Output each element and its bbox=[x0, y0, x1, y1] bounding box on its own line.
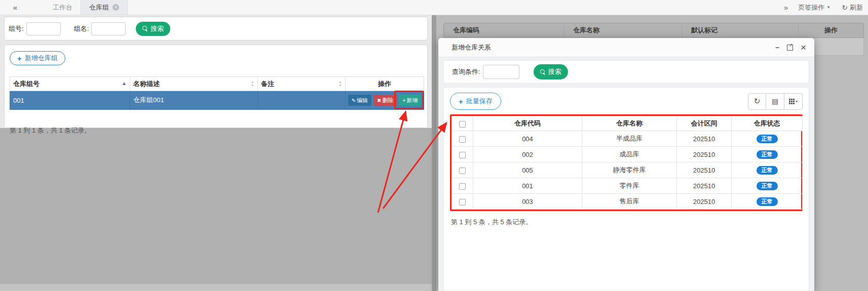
collapse-tabs-left-icon[interactable]: « bbox=[0, 0, 29, 15]
column-header: 默认标记 bbox=[682, 23, 799, 37]
cell-accounting-period: 202510 bbox=[677, 194, 732, 210]
tab-workbench-label: 工作台 bbox=[53, 3, 72, 12]
status-badge: 正常 bbox=[757, 182, 778, 190]
tab-warehouse-group-label: 仓库组 bbox=[89, 3, 109, 12]
add-relation-button[interactable]: + 新增 bbox=[399, 95, 421, 106]
row-actions: ✎ 编辑 ✖ 删除 + 新增 bbox=[349, 95, 421, 106]
cell-remark bbox=[258, 91, 346, 110]
cell-accounting-period: 202510 bbox=[677, 147, 732, 162]
group-no-input[interactable] bbox=[26, 22, 61, 35]
cell-accounting-period: 202510 bbox=[677, 178, 732, 194]
tab-operations-menu[interactable]: 页签操作 ▼ bbox=[798, 3, 831, 12]
status-badge: 正常 bbox=[757, 150, 778, 159]
cell-warehouse-name: 售后库 bbox=[582, 194, 677, 210]
row-checkbox[interactable] bbox=[459, 152, 466, 158]
select-all-checkbox[interactable] bbox=[459, 121, 466, 128]
edit-icon: ✎ bbox=[352, 98, 356, 103]
modal-record-count-text: 第 1 到 5 条，共 5 条记录。 bbox=[451, 218, 803, 227]
table-row[interactable]: 003售后库202510正常 bbox=[452, 194, 803, 210]
left-pane-dimmed-background bbox=[0, 128, 432, 291]
toggle-view-button[interactable]: ▤ bbox=[766, 93, 784, 110]
table-row[interactable]: 001零件库202510正常 bbox=[452, 178, 803, 194]
tab-operations-label: 页签操作 bbox=[798, 3, 824, 12]
cell-warehouse-name: 静海零件库 bbox=[582, 162, 677, 178]
search-button[interactable]: 搜索 bbox=[136, 22, 170, 36]
row-checkbox[interactable] bbox=[459, 183, 466, 190]
tab-warehouse-group[interactable]: 仓库组 × bbox=[81, 0, 128, 15]
batch-save-button[interactable]: + 批量保存 bbox=[450, 93, 501, 110]
cell-warehouse-code: 005 bbox=[473, 162, 582, 178]
cell-warehouse-code: 001 bbox=[473, 178, 582, 194]
x-icon: ✖ bbox=[377, 98, 381, 103]
plus-icon: + bbox=[402, 98, 405, 103]
column-header: 仓库名称 bbox=[564, 23, 682, 37]
warehouse-group-panel: + 新增仓库组 仓库组号 ▲ 名称描述 ▲▼ 备注 ▲▼ bbox=[4, 45, 428, 128]
table-row-selected[interactable]: 001 仓库组001 ✎ 编辑 ✖ 删除 bbox=[10, 91, 424, 110]
status-badge: 正常 bbox=[757, 166, 778, 175]
maximize-icon[interactable]: ↗ bbox=[787, 45, 793, 51]
column-header-period: 会计区间 bbox=[677, 116, 732, 131]
cell-warehouse-code: 002 bbox=[473, 147, 582, 162]
collapse-tabs-right-icon[interactable]: » bbox=[784, 3, 787, 12]
annotation-highlight-box-table: 仓库代码 仓库名称 会计区间 仓库状态 004半成品库202510正常002成品… bbox=[450, 114, 803, 211]
close-tab-icon[interactable]: × bbox=[112, 4, 119, 11]
modal-search-label: 搜索 bbox=[548, 67, 561, 76]
cell-group-name: 仓库组001 bbox=[130, 91, 258, 110]
columns-button[interactable]: ▾ bbox=[784, 93, 803, 110]
group-name-label: 组名: bbox=[74, 24, 89, 33]
column-header-actions: 操作 bbox=[346, 77, 424, 91]
row-checkbox[interactable] bbox=[459, 199, 466, 205]
refresh-icon: ↻ bbox=[754, 97, 761, 106]
row-checkbox[interactable] bbox=[459, 136, 466, 143]
table-row[interactable]: 005静海零件库202510正常 bbox=[452, 162, 803, 178]
query-panel: 查询条件: 搜索 bbox=[443, 60, 809, 84]
dialog-header[interactable]: 新增仓库关系 − ↗ × bbox=[438, 38, 814, 57]
row-checkbox[interactable] bbox=[459, 168, 466, 174]
group-name-input[interactable] bbox=[91, 22, 126, 35]
add-warehouse-group-button[interactable]: + 新增仓库组 bbox=[10, 51, 65, 65]
close-icon[interactable]: × bbox=[801, 43, 806, 52]
warehouse-table-header-dimmed: 仓库编码 仓库名称 默认标记 操作 bbox=[443, 23, 864, 38]
tabbar-right-tools: » 页签操作 ▼ ↻ 刷新 bbox=[784, 0, 868, 15]
refresh-button[interactable]: ↻ 刷新 bbox=[842, 3, 863, 12]
group-no-label: 组号: bbox=[9, 24, 24, 33]
refresh-label: 刷新 bbox=[850, 3, 863, 12]
tab-bar: « 工作台 仓库组 × » 页签操作 ▼ ↻ 刷新 bbox=[0, 0, 868, 15]
column-header-group-no[interactable]: 仓库组号 ▲ bbox=[10, 77, 130, 91]
edit-button[interactable]: ✎ 编辑 bbox=[348, 95, 371, 106]
warehouse-select-table: 仓库代码 仓库名称 会计区间 仓库状态 004半成品库202510正常002成品… bbox=[451, 116, 803, 210]
dialog-title: 新增仓库关系 bbox=[451, 43, 491, 52]
tab-workbench[interactable]: 工作台 bbox=[45, 0, 81, 15]
column-header-code: 仓库代码 bbox=[473, 116, 582, 131]
modal-search-button[interactable]: 搜索 bbox=[534, 64, 568, 79]
column-header: 仓库编码 bbox=[444, 23, 564, 37]
table-row[interactable]: 004半成品库202510正常 bbox=[452, 131, 803, 147]
query-condition-label: 查询条件: bbox=[452, 67, 480, 76]
cell-warehouse-name: 半成品库 bbox=[582, 131, 677, 147]
horizontal-scrollbar[interactable] bbox=[0, 284, 432, 291]
cell-accounting-period: 202510 bbox=[677, 162, 732, 178]
modal-toolbar: + 批量保存 ↻ ▤ ▾ bbox=[450, 93, 803, 110]
refresh-table-button[interactable]: ↻ bbox=[748, 93, 766, 110]
query-condition-input[interactable] bbox=[483, 65, 519, 79]
delete-button[interactable]: ✖ 删除 bbox=[373, 95, 397, 106]
chevron-down-icon: ▼ bbox=[826, 5, 831, 10]
column-header: 操作 bbox=[799, 23, 863, 37]
add-warehouse-relation-dialog: 新增仓库关系 − ↗ × 查询条件: 搜索 + 批量保存 ↻ bbox=[438, 38, 814, 291]
column-header-remark[interactable]: 备注 ▲▼ bbox=[258, 77, 346, 91]
group-search-panel: 组号: 组名: 搜索 bbox=[4, 17, 428, 40]
split-divider[interactable] bbox=[432, 15, 436, 291]
status-badge: 正常 bbox=[757, 135, 778, 143]
sort-icon: ▲▼ bbox=[338, 80, 342, 87]
minimize-icon[interactable]: − bbox=[775, 44, 779, 51]
refresh-icon: ↻ bbox=[842, 4, 848, 12]
cell-warehouse-name: 零件库 bbox=[582, 178, 677, 194]
modal-table-body: 004半成品库202510正常002成品库202510正常005静海零件库202… bbox=[452, 131, 803, 210]
column-header-name[interactable]: 名称描述 ▲▼ bbox=[130, 77, 258, 91]
window-controls: − ↗ × bbox=[775, 43, 806, 52]
table-row[interactable]: 002成品库202510正常 bbox=[452, 147, 803, 162]
detail-view-icon: ▤ bbox=[772, 97, 778, 105]
plus-icon: + bbox=[17, 55, 22, 62]
cell-group-no: 001 bbox=[10, 91, 130, 110]
column-header-status: 仓库状态 bbox=[732, 116, 803, 131]
